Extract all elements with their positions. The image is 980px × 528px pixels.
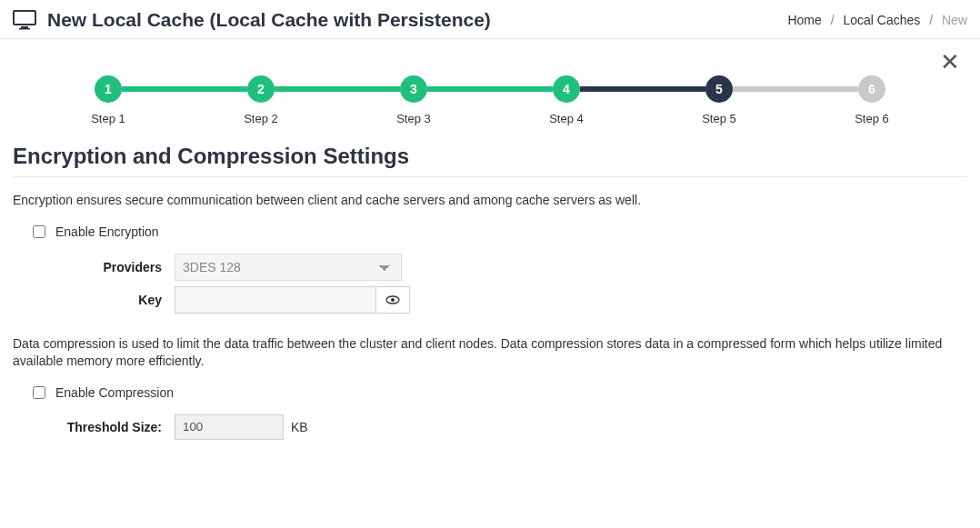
svg-rect-2 [19,28,30,30]
key-label: Key [13,293,175,307]
step-circle: 2 [247,75,275,103]
step-label: Step 4 [549,112,584,125]
step-circle: 3 [400,75,427,103]
monitor-icon [13,10,36,30]
enable-encryption-checkbox[interactable] [33,225,45,238]
page-title: New Local Cache (Local Cache with Persis… [47,9,787,31]
threshold-unit: KB [291,420,308,434]
breadcrumb-home[interactable]: Home [787,13,821,27]
step-5: 5 Step 5 [705,75,733,125]
eye-icon [385,293,400,307]
wizard-stepper: 1 Step 1 2 Step 2 3 Step 3 4 Step 4 5 St… [95,75,885,125]
reveal-key-button[interactable] [375,286,410,314]
step-2: 2 Step 2 [247,75,275,125]
enable-compression-checkbox[interactable] [33,386,45,399]
divider [13,176,967,177]
step-label: Step 5 [702,112,736,125]
step-label: Step 2 [244,112,278,125]
step-1: 1 Step 1 [95,75,122,125]
step-label: Step 1 [91,112,125,125]
breadcrumb-sep: / [929,13,933,27]
threshold-input[interactable] [175,414,284,440]
breadcrumb-sep: / [831,13,835,27]
section-title: Encryption and Compression Settings [13,144,967,169]
step-6: 6 Step 6 [858,75,885,125]
breadcrumb-local-caches[interactable]: Local Caches [843,13,920,27]
step-bar [733,86,858,92]
breadcrumb: Home / Local Caches / New [787,13,967,27]
step-circle: 4 [553,75,580,103]
step-bar [122,86,247,92]
svg-rect-1 [21,26,28,28]
threshold-label: Threshold Size: [13,420,175,434]
step-circle: 5 [705,75,733,103]
step-4: 4 Step 4 [553,75,580,125]
svg-point-4 [391,298,395,302]
step-bar [580,86,705,92]
close-icon[interactable]: ✕ [940,50,960,74]
step-label: Step 3 [396,112,431,125]
step-label: Step 6 [855,112,889,125]
step-bar [427,86,553,92]
svg-rect-0 [14,11,35,25]
header-bar: New Local Cache (Local Cache with Persis… [0,0,980,39]
providers-select[interactable]: 3DES 128 [175,254,402,281]
compression-hint: Data compression is used to limit the da… [13,335,967,371]
step-3: 3 Step 3 [400,75,427,125]
step-circle: 6 [858,75,885,103]
key-input[interactable] [175,286,376,314]
enable-compression-label: Enable Compression [55,385,174,400]
enable-encryption-label: Enable Encryption [55,224,159,239]
step-circle: 1 [95,75,122,103]
step-bar [275,86,400,92]
providers-label: Providers [13,260,175,274]
breadcrumb-current: New [942,13,967,27]
encryption-hint: Encryption ensures secure communication … [13,192,967,210]
